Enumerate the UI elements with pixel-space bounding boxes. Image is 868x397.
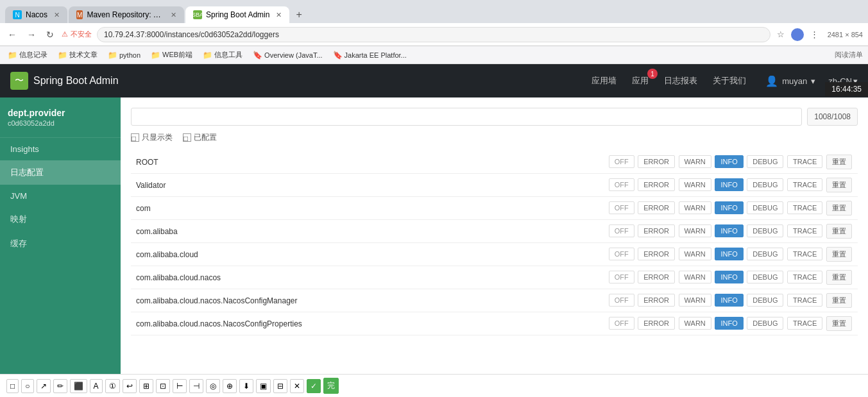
log-error-button[interactable]: ERROR <box>638 224 675 237</box>
nav-link-wallboard[interactable]: 应用墙 <box>585 71 623 90</box>
log-error-button[interactable]: ERROR <box>638 294 675 307</box>
log-warn-button[interactable]: WARN <box>679 178 711 191</box>
log-warn-button[interactable]: WARN <box>679 248 711 260</box>
log-warn-button[interactable]: WARN <box>679 294 711 307</box>
log-trace-button[interactable]: TRACE <box>787 294 822 307</box>
log-off-button[interactable]: OFF <box>609 294 634 307</box>
ann-arrow-button[interactable]: ↗ <box>37 379 51 393</box>
log-off-button[interactable]: OFF <box>609 248 634 260</box>
ann-grid4-button[interactable]: ⊣ <box>189 379 203 393</box>
log-error-button[interactable]: ERROR <box>638 155 675 168</box>
log-trace-button[interactable]: TRACE <box>787 317 822 330</box>
tab-close-nacos[interactable]: ✕ <box>54 11 60 19</box>
forward-button[interactable]: → <box>24 28 38 41</box>
log-info-button[interactable]: INFO <box>715 317 743 330</box>
reader-mode-label[interactable]: 阅读清单 <box>835 50 863 60</box>
sidebar-item-cache[interactable]: 缓存 <box>0 232 121 256</box>
menu-icon[interactable]: ⋮ <box>809 28 820 40</box>
bookmark-jishu[interactable]: 📁 技术文章 <box>55 49 100 61</box>
ann-pen-button[interactable]: ✏ <box>53 379 67 393</box>
sidebar-item-mappings[interactable]: 映射 <box>0 207 121 232</box>
log-info-button[interactable]: INFO <box>715 178 743 191</box>
ann-minus-button[interactable]: ⊟ <box>273 379 287 393</box>
log-off-button[interactable]: OFF <box>609 224 634 237</box>
nav-link-applications[interactable]: 应用 1 <box>625 71 655 90</box>
log-error-button[interactable]: ERROR <box>638 178 675 191</box>
ann-done-button[interactable]: 完 <box>323 378 339 394</box>
log-reset-button[interactable]: 重置 <box>826 224 852 239</box>
ann-close-button[interactable]: ✕ <box>290 379 304 393</box>
log-error-button[interactable]: ERROR <box>638 271 675 283</box>
log-error-button[interactable]: ERROR <box>638 317 675 330</box>
log-info-button[interactable]: INFO <box>715 294 743 307</box>
sidebar-item-insights[interactable]: Insights <box>0 138 121 160</box>
tab-nacos[interactable]: N Nacos ✕ <box>5 6 67 23</box>
log-warn-button[interactable]: WARN <box>679 201 711 214</box>
nav-link-about[interactable]: 关于我们 <box>706 71 753 90</box>
log-debug-button[interactable]: DEBUG <box>747 294 783 307</box>
ann-grid2-button[interactable]: ⊡ <box>156 379 170 393</box>
log-reset-button[interactable]: 重置 <box>826 270 852 285</box>
bookmark-xinxi[interactable]: 📁 信息记录 <box>5 49 50 61</box>
log-reset-button[interactable]: 重置 <box>826 201 852 215</box>
nav-link-journal[interactable]: 日志报表 <box>658 71 704 90</box>
new-tab-button[interactable]: + <box>291 6 307 23</box>
log-off-button[interactable]: OFF <box>609 178 634 191</box>
log-debug-button[interactable]: DEBUG <box>747 224 783 237</box>
log-warn-button[interactable]: WARN <box>679 271 711 283</box>
ann-text-button[interactable]: A <box>90 379 103 393</box>
log-off-button[interactable]: OFF <box>609 155 634 168</box>
ann-rect-button[interactable]: □ <box>6 379 19 393</box>
ann-undo-button[interactable]: ↩ <box>123 379 137 393</box>
ann-target-button[interactable]: ◎ <box>206 379 220 393</box>
tab-close-sba[interactable]: ✕ <box>276 11 282 19</box>
ann-download-button[interactable]: ⬇ <box>239 379 253 393</box>
back-button[interactable]: ← <box>5 28 19 41</box>
log-warn-button[interactable]: WARN <box>679 224 711 237</box>
ann-number-button[interactable]: ① <box>105 379 120 393</box>
log-debug-button[interactable]: DEBUG <box>747 155 783 168</box>
log-trace-button[interactable]: TRACE <box>787 271 822 283</box>
log-reset-button[interactable]: 重置 <box>826 247 852 262</box>
star-icon[interactable]: ☆ <box>776 28 786 40</box>
logger-filter-input[interactable] <box>131 108 802 126</box>
bookmark-xinxigj[interactable]: 📁 信息工具 <box>200 49 245 61</box>
log-trace-button[interactable]: TRACE <box>787 224 822 237</box>
tab-sba[interactable]: SBA Spring Boot Admin ✕ <box>185 6 289 23</box>
ann-circle-button[interactable]: ○ <box>21 379 33 393</box>
url-input[interactable] <box>97 27 770 42</box>
bookmark-java[interactable]: 🔖 Overview (JavaT... <box>250 49 325 61</box>
log-info-button[interactable]: INFO <box>715 155 743 168</box>
log-error-button[interactable]: ERROR <box>638 248 675 260</box>
log-error-button[interactable]: ERROR <box>638 201 675 214</box>
log-debug-button[interactable]: DEBUG <box>747 201 783 214</box>
log-info-button[interactable]: INFO <box>715 224 743 237</box>
tab-close-maven[interactable]: ✕ <box>171 11 176 19</box>
log-debug-button[interactable]: DEBUG <box>747 178 783 191</box>
checkbox-configured[interactable]: □ <box>183 133 191 142</box>
checkbox-show-classes[interactable]: □ <box>131 133 139 142</box>
log-off-button[interactable]: OFF <box>609 201 634 214</box>
sidebar-item-logconfig[interactable]: 日志配置 <box>0 160 121 185</box>
log-reset-button[interactable]: 重置 <box>826 293 852 308</box>
tab-maven[interactable]: M Maven Repository: de.codec... ✕ <box>69 6 184 23</box>
log-trace-button[interactable]: TRACE <box>787 155 822 168</box>
log-debug-button[interactable]: DEBUG <box>747 271 783 283</box>
log-trace-button[interactable]: TRACE <box>787 178 822 191</box>
reload-button[interactable]: ↻ <box>44 28 56 41</box>
log-reset-button[interactable]: 重置 <box>826 316 852 331</box>
ann-grid1-button[interactable]: ⊞ <box>139 379 153 393</box>
log-off-button[interactable]: OFF <box>609 317 634 330</box>
ann-fill-button[interactable]: ⬛ <box>70 379 87 393</box>
log-reset-button[interactable]: 重置 <box>826 155 852 169</box>
sidebar-item-jvm[interactable]: JVM <box>0 185 121 207</box>
log-trace-button[interactable]: TRACE <box>787 201 822 214</box>
log-warn-button[interactable]: WARN <box>679 317 711 330</box>
ann-crop-button[interactable]: ▣ <box>256 379 271 393</box>
log-info-button[interactable]: INFO <box>715 201 743 214</box>
log-reset-button[interactable]: 重置 <box>826 178 852 192</box>
log-trace-button[interactable]: TRACE <box>787 248 822 260</box>
bookmark-jakarta[interactable]: 🔖 Jakarta EE Platfor... <box>330 49 409 61</box>
log-off-button[interactable]: OFF <box>609 271 634 283</box>
bookmark-web[interactable]: 📁 WEB前端 <box>148 49 195 61</box>
